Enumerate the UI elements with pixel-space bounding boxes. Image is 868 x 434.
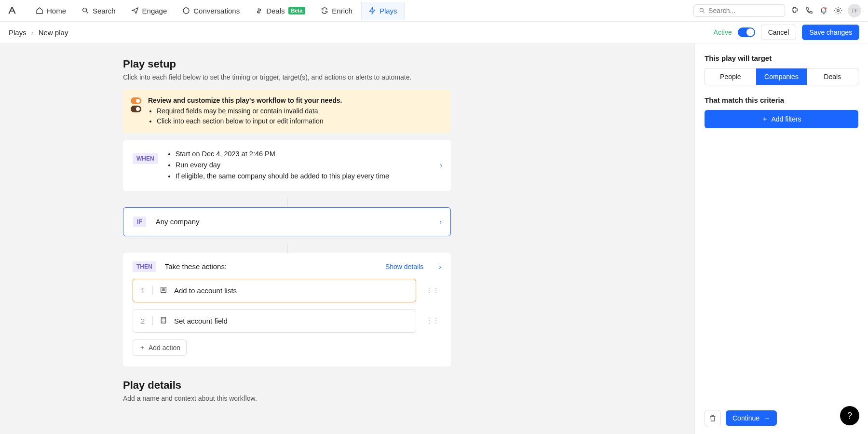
home-icon (36, 7, 43, 14)
save-button[interactable]: Save changes (802, 25, 859, 40)
action-row: 1 Add to account lists ⋮⋮ (133, 279, 441, 302)
nav-conversations[interactable]: Conversations (176, 2, 246, 20)
nav-search-label: Search (93, 7, 116, 15)
then-title: Take these actions: (165, 262, 227, 271)
when-card[interactable]: WHEN Start on Dec 4, 2023 at 2:46 PM Run… (123, 140, 451, 191)
action-number: 2 (141, 317, 146, 325)
bell-icon[interactable] (819, 6, 828, 15)
chevron-right-icon: › (440, 162, 442, 169)
list-icon (160, 286, 167, 295)
when-line: If eligible, the same company should be … (176, 171, 389, 182)
chevron-right-icon: › (31, 28, 34, 37)
nav-engage[interactable]: Engage (124, 2, 174, 20)
refresh-icon (321, 7, 328, 14)
add-filters-button[interactable]: ＋ Add filters (705, 110, 858, 128)
action-number: 1 (141, 286, 146, 295)
chevron-right-icon[interactable]: › (439, 263, 441, 271)
segment-companies[interactable]: Companies (756, 68, 807, 85)
warning-line: Required fields may be missing or contai… (157, 106, 342, 116)
target-panel: This play will target People Companies D… (694, 43, 868, 434)
setup-title: Play setup (123, 58, 451, 70)
target-heading: This play will target (705, 54, 858, 62)
show-details-link[interactable]: Show details (385, 263, 423, 271)
warning-title: Review and customize this play's workflo… (148, 96, 342, 104)
nav-enrich-label: Enrich (332, 7, 353, 15)
action-label: Add to account lists (174, 286, 237, 295)
when-tag: WHEN (133, 153, 158, 164)
svg-point-0 (83, 8, 87, 12)
action-label: Set account field (174, 317, 228, 325)
search-icon (699, 7, 705, 14)
add-action-label: Add action (149, 344, 180, 352)
app-logo[interactable] (7, 5, 17, 16)
details-subtitle: Add a name and context about this workfl… (123, 394, 451, 402)
svg-rect-6 (161, 317, 165, 323)
nav-deals[interactable]: Deals Beta (248, 2, 312, 20)
nav-plays[interactable]: Plays (361, 2, 405, 20)
action-add-to-lists[interactable]: 1 Add to account lists (133, 279, 416, 302)
nav-engage-label: Engage (142, 7, 167, 15)
panel-footer: Continue → (705, 402, 858, 434)
arrow-right-icon: → (763, 414, 770, 422)
continue-button[interactable]: Continue → (726, 410, 777, 426)
global-search-input[interactable] (708, 7, 780, 14)
breadcrumb-current: New play (39, 28, 68, 37)
top-nav: Home Search Engage Conversations Deals B… (0, 0, 868, 22)
top-right: TF (693, 4, 861, 17)
add-filters-label: Add filters (771, 115, 801, 123)
connector (123, 243, 451, 253)
nav-enrich[interactable]: Enrich (314, 2, 359, 20)
gear-icon[interactable] (833, 6, 843, 15)
drag-handle-icon[interactable]: ⋮⋮ (424, 317, 441, 325)
plus-icon: ＋ (139, 343, 146, 352)
dollar-icon (255, 7, 263, 14)
continue-label: Continue (732, 414, 760, 422)
setup-subtitle: Click into each field below to set the t… (123, 73, 451, 81)
warning-line: Click into each section below to input o… (157, 116, 342, 126)
then-tag: THEN (133, 261, 156, 272)
main-canvas: Play setup Click into each field below t… (0, 43, 694, 434)
help-fab[interactable]: ? (840, 406, 859, 425)
connector (123, 198, 451, 207)
chevron-right-icon: › (439, 218, 442, 226)
building-icon (160, 316, 167, 326)
search-icon (81, 7, 89, 14)
if-card[interactable]: IF Any company › (123, 207, 451, 236)
send-icon (131, 7, 139, 14)
user-avatar[interactable]: TF (848, 4, 861, 17)
criteria-heading: That match this criteria (705, 96, 858, 104)
svg-point-1 (183, 8, 189, 14)
svg-point-4 (837, 10, 840, 12)
global-search[interactable] (693, 4, 785, 17)
chat-icon (182, 7, 190, 14)
nav-home[interactable]: Home (29, 2, 73, 20)
warning-icon (131, 97, 141, 126)
nav-search[interactable]: Search (75, 2, 122, 20)
nav-deals-label: Deals (266, 7, 285, 15)
if-text: Any company (156, 217, 200, 226)
when-line: Start on Dec 4, 2023 at 2:46 PM (176, 149, 389, 160)
action-set-field[interactable]: 2 Set account field (133, 309, 416, 333)
when-line: Run every day (176, 160, 389, 171)
segment-deals[interactable]: Deals (807, 68, 858, 85)
add-action-button[interactable]: ＋ Add action (133, 339, 187, 356)
beta-badge: Beta (288, 7, 306, 14)
active-toggle[interactable] (738, 27, 755, 37)
extension-icon[interactable] (790, 6, 800, 15)
subheader: Plays › New play Active Cancel Save chan… (0, 22, 868, 43)
target-segment: People Companies Deals (705, 68, 858, 85)
nav-plays-label: Plays (380, 7, 397, 15)
nav-conversations-label: Conversations (193, 7, 240, 15)
cancel-button[interactable]: Cancel (761, 25, 797, 40)
phone-icon[interactable] (804, 6, 814, 15)
delete-button[interactable] (705, 410, 721, 426)
breadcrumb: Plays › New play (9, 28, 68, 37)
segment-people[interactable]: People (705, 68, 756, 85)
breadcrumb-root[interactable]: Plays (9, 28, 27, 37)
nav-home-label: Home (47, 7, 66, 15)
then-card: THEN Take these actions: Show details › … (123, 253, 451, 366)
drag-handle-icon[interactable]: ⋮⋮ (424, 286, 441, 294)
svg-point-3 (825, 7, 827, 10)
svg-point-2 (700, 8, 703, 12)
status-label: Active (714, 28, 732, 36)
